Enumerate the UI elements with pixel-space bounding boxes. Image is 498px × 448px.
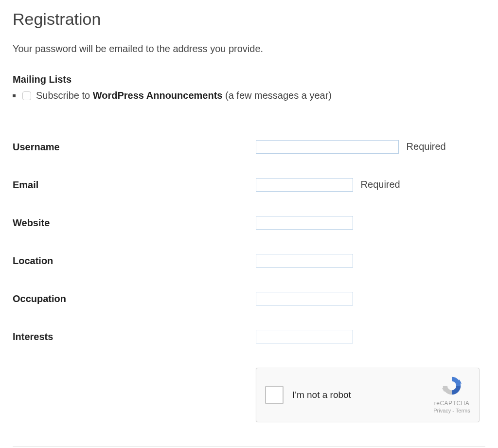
recaptcha-checkbox[interactable] — [265, 386, 284, 404]
label-interests: Interests — [13, 318, 256, 356]
label-location: Location — [13, 242, 256, 280]
subscribe-label-prefix: Subscribe to — [36, 90, 93, 101]
recaptcha-terms-link[interactable]: Terms — [456, 408, 470, 413]
mailing-lists-heading: Mailing Lists — [13, 74, 485, 85]
recaptcha-label: I'm not a robot — [292, 390, 351, 400]
row-email: Email Required — [13, 166, 485, 204]
row-recaptcha: I'm not a robot reCAPTCHA Privacy - Term… — [13, 356, 485, 434]
recaptcha-icon — [441, 375, 462, 396]
label-website: Website — [13, 204, 256, 242]
registration-form: Username Required Email Required Website… — [13, 128, 485, 434]
subscribe-label-suffix: (a few messages a year) — [222, 90, 332, 101]
input-website[interactable] — [256, 216, 353, 230]
separator — [13, 446, 485, 447]
intro-text: Your password will be emailed to the add… — [13, 43, 485, 54]
subscribe-label-bold: WordPress Announcements — [93, 90, 223, 101]
row-occupation: Occupation — [13, 280, 485, 318]
input-username[interactable] — [256, 140, 399, 154]
label-email: Email — [13, 166, 256, 204]
input-email[interactable] — [256, 178, 353, 192]
required-username: Required — [407, 141, 446, 152]
subscribe-label: Subscribe to WordPress Announcements (a … — [36, 90, 332, 101]
label-occupation: Occupation — [13, 280, 256, 318]
bullet-icon — [13, 94, 16, 97]
recaptcha-brand: reCAPTCHA — [433, 400, 470, 407]
required-email: Required — [361, 179, 400, 190]
row-location: Location — [13, 242, 485, 280]
row-interests: Interests — [13, 318, 485, 356]
row-username: Username Required — [13, 128, 485, 166]
recaptcha-widget: I'm not a robot reCAPTCHA Privacy - Term… — [256, 368, 480, 422]
mailing-list-item: Subscribe to WordPress Announcements (a … — [13, 90, 485, 101]
input-interests[interactable] — [256, 330, 353, 343]
recaptcha-privacy-link[interactable]: Privacy — [433, 408, 451, 413]
label-username: Username — [13, 128, 256, 166]
subscribe-checkbox[interactable] — [22, 91, 31, 100]
input-occupation[interactable] — [256, 292, 353, 305]
recaptcha-links[interactable]: Privacy - Terms — [433, 408, 470, 413]
row-website: Website — [13, 204, 485, 242]
page-title: Registration — [13, 10, 485, 29]
input-location[interactable] — [256, 254, 353, 268]
